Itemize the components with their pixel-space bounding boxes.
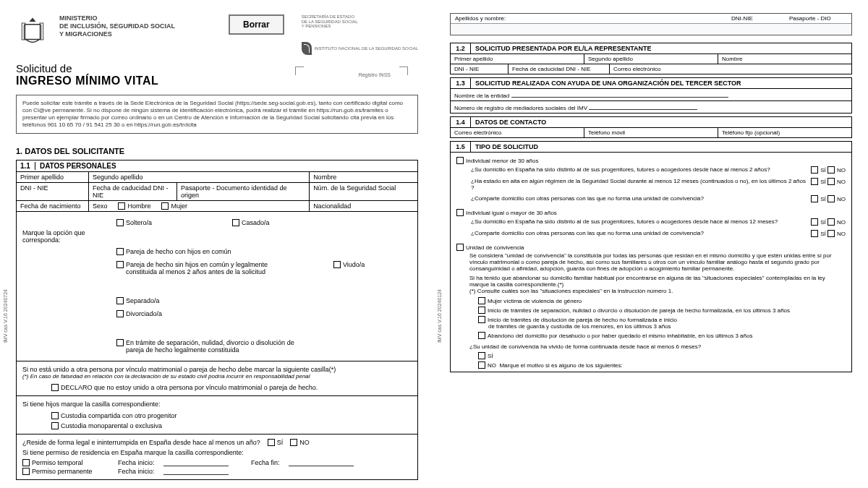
checkbox-comp2-no[interactable] xyxy=(827,230,835,237)
page2-header-box: Apellidos y nombre: DNI-NIE Pasaporte - … xyxy=(450,13,852,35)
checkbox-reside-no[interactable] xyxy=(290,439,297,446)
checkbox-divorciado[interactable] xyxy=(116,310,124,317)
checkbox-comp2-si[interactable] xyxy=(811,230,818,237)
checkbox-pareja-sin-hijos[interactable] xyxy=(116,261,124,268)
field-rep-nombre[interactable]: Nombre xyxy=(718,54,851,64)
field-pasaporte[interactable]: Pasaporte - Documento identidad de orige… xyxy=(176,182,309,200)
field-fecha-inicio-perm[interactable] xyxy=(163,468,229,475)
field-rep-primer[interactable]: Primer apellido xyxy=(451,54,584,64)
page-2: IMV cas V.16 20240124 Apellidos y nombre… xyxy=(434,0,868,488)
side-note-left: IMV cas V.16 20240724 xyxy=(3,289,8,343)
checkbox-unidad[interactable] xyxy=(456,244,464,251)
form-title-1: Solicitud de xyxy=(16,62,418,74)
section-1-3-header: 1.3SOLICITUD REALIZADA CON AYUDA DE UNA … xyxy=(450,77,852,89)
field-rep-segundo[interactable]: Segundo apellido xyxy=(584,54,718,64)
checkbox-comp1-si[interactable] xyxy=(811,195,818,202)
secretaria-block: SECRETARÍA DE ESTADO DE LA SEGURIDAD SOC… xyxy=(302,14,418,55)
tipo-solicitud-block: Individual menor de 30 años ¿Su domicili… xyxy=(450,153,852,372)
field-registro-mediadores[interactable]: Número de registro de mediadores sociale… xyxy=(450,101,852,114)
checkbox-sit4[interactable] xyxy=(478,332,485,339)
header: MINISTERIO DE INCLUSIÓN, SEGURIDAD SOCIA… xyxy=(16,14,418,55)
checkbox-permiso-temp[interactable] xyxy=(22,459,30,466)
crop-mark-icon xyxy=(399,67,408,75)
checkbox-6m-si[interactable] xyxy=(478,352,485,359)
section-1-5-header: 1.5TIPO DE SOLICITUD xyxy=(450,141,852,153)
field-nss[interactable]: Núm. de la Seguridad Social xyxy=(310,182,418,200)
field-entidad[interactable]: Nombre de la entidad xyxy=(450,89,852,101)
field-segundo-apellido[interactable]: Segundo apellido xyxy=(88,171,309,182)
coat-of-arms-icon xyxy=(16,14,49,48)
section-1-title: 1. DATOS DEL SOLICITANTE xyxy=(16,147,418,155)
field-caducidad-dni[interactable]: Fecha de caducidad DNI - NIE xyxy=(88,182,176,200)
checkbox-ind-menor[interactable] xyxy=(456,157,464,164)
checkbox-permiso-perm[interactable] xyxy=(22,468,30,475)
checkbox-dom2-si[interactable] xyxy=(811,166,818,174)
residencia-block: ¿Reside de forma legal e ininterrumpida … xyxy=(17,434,418,479)
checkbox-sit2[interactable] xyxy=(478,307,485,314)
checkbox-pareja-hijos[interactable] xyxy=(116,248,124,255)
checkbox-declaro[interactable] xyxy=(51,384,59,391)
info-box: Puede solicitar este trámite a través de… xyxy=(16,95,418,134)
checkbox-tramite-sep[interactable] xyxy=(116,339,124,346)
field-dni[interactable]: DNI - NIE xyxy=(17,182,89,200)
checkbox-ind-mayor[interactable] xyxy=(456,209,464,216)
checkbox-comp1-no[interactable] xyxy=(827,195,835,202)
crop-mark-icon xyxy=(295,67,304,75)
field-fecha-nacimiento[interactable]: Fecha de nacimiento xyxy=(17,200,89,211)
form-title-2: INGRESO MÍNIMO VITAL xyxy=(16,74,418,87)
ss-logo-icon xyxy=(302,42,312,55)
checkbox-soltero[interactable] xyxy=(116,219,124,226)
checkbox-reside-si[interactable] xyxy=(268,439,275,446)
field-primer-apellido[interactable]: Primer apellido xyxy=(17,171,89,182)
checkbox-dom12-no[interactable] xyxy=(827,218,835,226)
checkbox-sit1[interactable] xyxy=(478,297,485,304)
section-1-1-table: 1.1DATOS PERSONALES Primer apellido Segu… xyxy=(16,160,418,480)
ministry-name: MINISTERIO DE INCLUSIÓN, SEGURIDAD SOCIA… xyxy=(59,14,175,38)
field-rep-dni[interactable]: DNI - NIE xyxy=(451,64,509,74)
registro-inss: Registro INSS xyxy=(359,72,391,77)
field-fecha-inicio-temp[interactable] xyxy=(163,459,229,466)
field-rep-correo[interactable]: Correo electrónico xyxy=(610,64,851,74)
section-1-1-header: 1.1DATOS PERSONALES xyxy=(17,160,418,171)
clear-button[interactable]: Borrar xyxy=(229,14,284,35)
field-rep-caducidad[interactable]: Fecha de caducidad DNI - NIE xyxy=(509,64,610,74)
svg-rect-0 xyxy=(25,25,41,40)
page-1: IMV cas V.16 20240724 MINISTERIO DE INCL… xyxy=(0,0,434,488)
checkbox-sit3[interactable] xyxy=(478,316,485,323)
hijos-block: Si tiene hijos marque la casilla corresp… xyxy=(17,395,418,434)
checkbox-alta-si[interactable] xyxy=(811,178,818,185)
checkbox-dom2-no[interactable] xyxy=(827,166,835,174)
field-fijo[interactable]: Teléfono fijo (opcional) xyxy=(718,128,851,137)
checkbox-casado[interactable] xyxy=(232,219,239,226)
checkbox-custodia-mono[interactable] xyxy=(51,422,59,429)
checkbox-alta-no[interactable] xyxy=(827,178,835,185)
checkbox-mujer[interactable] xyxy=(161,202,169,210)
checkbox-dom12-si[interactable] xyxy=(811,218,818,226)
checkbox-6m-no[interactable] xyxy=(478,361,485,369)
estado-civil-block: Marque la opción que corresponda: Solter… xyxy=(17,211,418,361)
field-movil[interactable]: Teléfono móvil xyxy=(584,128,718,137)
checkbox-viudo[interactable] xyxy=(333,261,341,268)
checkbox-custodia-comp[interactable] xyxy=(51,412,59,419)
checkbox-hombre[interactable] xyxy=(118,202,125,210)
section-1-4-header: 1.4DATOS DE CONTACTO xyxy=(450,116,852,128)
side-note-right: IMV cas V.16 20240124 xyxy=(437,289,442,343)
checkbox-separado[interactable] xyxy=(116,297,124,304)
section-1-2-header: 1.2SOLICITUD PRESENTADA POR EL/LA REPRES… xyxy=(450,43,852,54)
field-nacionalidad[interactable]: Nacionalidad xyxy=(310,200,418,211)
field-fecha-fin-temp[interactable] xyxy=(289,459,354,466)
declaro-block: Si no está unido a otra persona por vínc… xyxy=(17,361,418,395)
field-nombre[interactable]: Nombre xyxy=(310,171,418,182)
field-correo[interactable]: Correo electrónico xyxy=(451,128,584,137)
field-sexo: Sexo Hombre Mujer xyxy=(88,200,309,211)
